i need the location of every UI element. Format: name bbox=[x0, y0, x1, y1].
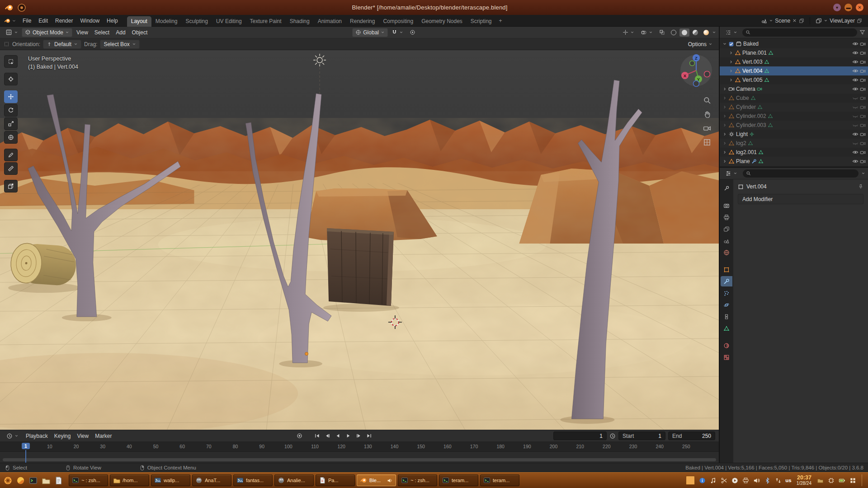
pin-icon[interactable] bbox=[858, 184, 863, 189]
orientation-setting-dropdown[interactable]: Default bbox=[43, 40, 81, 49]
printer-tray-icon[interactable] bbox=[742, 477, 749, 484]
grid-view-icon[interactable] bbox=[702, 137, 712, 147]
outliner-row-cube[interactable]: Cube bbox=[720, 94, 868, 103]
timeline-menu-marker[interactable]: Marker bbox=[92, 432, 115, 441]
play-button[interactable] bbox=[343, 432, 353, 440]
timeline-scrollbar[interactable] bbox=[3, 458, 716, 461]
outliner-row-baked[interactable]: Baked bbox=[720, 39, 868, 48]
properties-tab-render[interactable] bbox=[721, 200, 732, 211]
properties-search[interactable] bbox=[743, 169, 859, 178]
camera-visibility-icon[interactable] bbox=[860, 159, 866, 164]
tool-move[interactable] bbox=[4, 90, 18, 103]
grid-tray-icon[interactable] bbox=[849, 477, 856, 484]
chevron-right-icon[interactable] bbox=[729, 78, 733, 82]
eye-closed-icon[interactable] bbox=[852, 113, 859, 119]
viewport-menu-object[interactable]: Object bbox=[129, 28, 151, 37]
outliner-row-vert-005[interactable]: Vert.005 bbox=[720, 75, 868, 84]
properties-tab-object-data[interactable] bbox=[721, 323, 732, 333]
play-reverse-button[interactable] bbox=[333, 432, 343, 440]
new-scene-icon[interactable] bbox=[799, 18, 804, 23]
camera-visibility-icon[interactable] bbox=[860, 50, 866, 56]
timeline-menu-view[interactable]: View bbox=[74, 432, 92, 441]
chevron-right-icon[interactable] bbox=[722, 141, 727, 145]
taskbar-window-teram[interactable]: teram... bbox=[439, 474, 478, 486]
properties-tab-output[interactable] bbox=[721, 212, 732, 222]
next-keyframe-button[interactable] bbox=[354, 432, 363, 440]
workspace-tab-uv-editing[interactable]: UV Editing bbox=[212, 16, 246, 27]
drag-setting-dropdown[interactable]: Select Box bbox=[100, 40, 139, 49]
taskbar-window-fantas[interactable]: fantas... bbox=[233, 474, 273, 486]
chevron-right-icon[interactable] bbox=[722, 132, 727, 136]
properties-tab-world[interactable] bbox=[721, 247, 732, 258]
transform-orientation-selector[interactable]: Global bbox=[352, 28, 388, 37]
workspace-tab-compositing[interactable]: Compositing bbox=[379, 16, 417, 27]
log-object[interactable] bbox=[9, 242, 77, 286]
camera-visibility-icon[interactable] bbox=[860, 77, 866, 83]
filter-icon[interactable] bbox=[859, 29, 865, 35]
outliner-row-cylinder[interactable]: Cylinder bbox=[720, 103, 868, 112]
properties-tab-physics[interactable] bbox=[721, 300, 732, 310]
eye-closed-icon[interactable] bbox=[852, 95, 859, 101]
eye-open-icon[interactable] bbox=[852, 158, 859, 164]
window-shade-button[interactable]: ▾ bbox=[833, 4, 841, 11]
workspace-tab-layout[interactable]: Layout bbox=[127, 16, 151, 27]
timeline-editor-type[interactable] bbox=[4, 432, 21, 440]
camera-visibility-icon[interactable] bbox=[860, 104, 866, 110]
workspace-tab-modeling[interactable]: Modeling bbox=[151, 16, 182, 27]
chevron-right-icon[interactable] bbox=[722, 114, 727, 118]
hand-icon[interactable] bbox=[702, 109, 712, 119]
chevron-right-icon[interactable] bbox=[729, 60, 733, 64]
play-tray-icon[interactable] bbox=[731, 477, 738, 484]
workspace-tab-sculpting[interactable]: Sculpting bbox=[182, 16, 212, 27]
outliner-row-log2-001[interactable]: log2.001 bbox=[720, 148, 868, 157]
taskbar-window-zsh[interactable]: ~ : zsh... bbox=[69, 474, 108, 486]
chevron-right-icon[interactable] bbox=[722, 150, 727, 155]
chevron-right-icon[interactable] bbox=[722, 87, 727, 91]
eye-open-icon[interactable] bbox=[852, 50, 859, 56]
tool-annotate[interactable] bbox=[4, 149, 18, 161]
menu-help[interactable]: Help bbox=[103, 16, 122, 25]
workspace-tab-geometry-nodes[interactable]: Geometry Nodes bbox=[417, 16, 467, 27]
eye-open-icon[interactable] bbox=[852, 131, 859, 137]
camera-visibility-icon[interactable] bbox=[860, 150, 866, 155]
music-tray-icon[interactable] bbox=[709, 477, 717, 484]
workspace-tab-shading[interactable]: Shading bbox=[286, 16, 314, 27]
eye-closed-icon[interactable] bbox=[852, 140, 859, 146]
playhead[interactable]: 1 bbox=[22, 443, 30, 449]
properties-tab-modifiers[interactable] bbox=[721, 276, 732, 286]
outliner-row-cylinder-002[interactable]: Cylinder.002 bbox=[720, 112, 868, 121]
taskbar-window-pa[interactable]: Pa... bbox=[316, 474, 355, 486]
tool-transform[interactable] bbox=[4, 131, 18, 144]
keyboard-layout-indicator[interactable]: us bbox=[785, 478, 791, 483]
chevron-right-icon[interactable] bbox=[729, 51, 733, 55]
board-object[interactable] bbox=[327, 228, 394, 306]
proportional-editing-toggle[interactable] bbox=[407, 28, 418, 36]
workspace-tab-texture-paint[interactable]: Texture Paint bbox=[246, 16, 286, 27]
xray-toggle[interactable] bbox=[656, 28, 668, 36]
properties-tab-view-layer[interactable] bbox=[721, 224, 732, 234]
eye-open-icon[interactable] bbox=[852, 68, 859, 74]
viewport-menu-view[interactable]: View bbox=[73, 28, 91, 37]
workspace-switcher[interactable] bbox=[686, 476, 695, 485]
outliner-row-light[interactable]: Light bbox=[720, 130, 868, 139]
tool-cursor[interactable] bbox=[4, 73, 18, 85]
camera-view-icon[interactable] bbox=[702, 123, 712, 133]
folder-tray-icon[interactable] bbox=[816, 477, 824, 484]
eye-open-icon[interactable] bbox=[852, 149, 859, 155]
chip-tray-icon[interactable] bbox=[827, 477, 835, 484]
taskbar-clock[interactable]: 20:37 1/28/24 bbox=[797, 474, 811, 486]
properties-editor-type[interactable] bbox=[722, 169, 740, 178]
workspace-tab-scripting[interactable]: Scripting bbox=[467, 16, 496, 27]
outliner-row-vert-004[interactable]: Vert.004 bbox=[720, 66, 868, 75]
camera-visibility-icon[interactable] bbox=[860, 131, 866, 137]
blender-titlebar[interactable]: Blender* [/home/amalie/Desktop/blender/t… bbox=[0, 0, 868, 15]
camera-visibility-icon[interactable] bbox=[860, 59, 866, 65]
timeline-menu-playback[interactable]: Playback bbox=[23, 432, 51, 441]
menu-edit[interactable]: Edit bbox=[35, 16, 52, 25]
network-tray-icon[interactable] bbox=[774, 477, 782, 484]
show-overlays-toggle[interactable] bbox=[638, 28, 656, 37]
menu-file[interactable]: File bbox=[19, 16, 35, 25]
tool-scale[interactable] bbox=[4, 117, 18, 130]
scene-selector[interactable]: Scene bbox=[759, 17, 807, 25]
launcher-menu[interactable] bbox=[2, 475, 14, 486]
